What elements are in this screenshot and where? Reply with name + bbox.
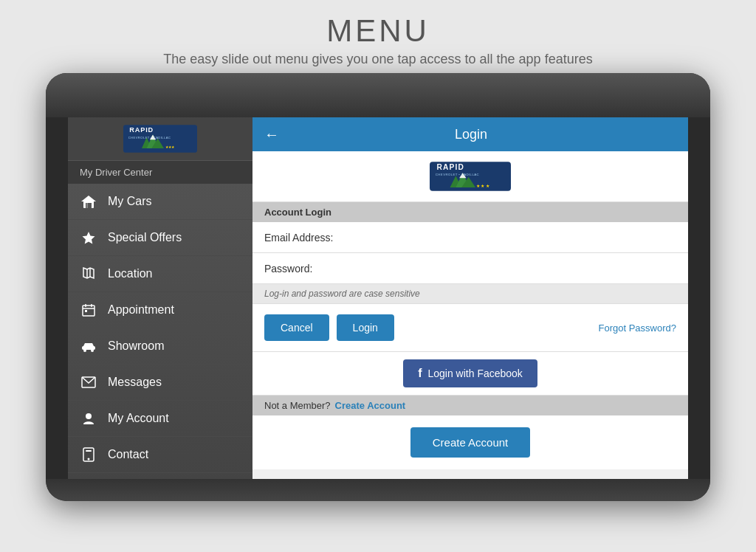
page-subtitle: The easy slide out menu gives you one ta… [163, 52, 592, 67]
phone-icon [80, 446, 97, 463]
sidebar-item-appointment-label: Appointment [108, 303, 174, 317]
facebook-icon: f [418, 367, 422, 380]
sidebar-item-my-account-label: My Account [108, 412, 169, 425]
device-frame: RAPID CHEVROLET • CADILLAC ★★★ My Driver… [46, 73, 710, 501]
case-note: Log-in and password are case sensitive [252, 284, 688, 304]
email-input[interactable] [346, 232, 676, 244]
create-account-button[interactable]: Create Account [410, 427, 531, 458]
sidebar-item-location-label: Location [108, 267, 153, 280]
login-button[interactable]: Login [337, 314, 394, 341]
password-input[interactable] [346, 263, 676, 275]
login-panel: RAPID CHEVROLET • CADILLAC ★ ★ ★ Account… [252, 151, 688, 479]
sidebar-item-special-offers-label: Special Offers [108, 231, 182, 244]
user-icon [80, 410, 97, 427]
facebook-button-label: Login with Facebook [427, 368, 522, 379]
email-label: Email Address: [264, 232, 346, 244]
svg-text:★ ★ ★: ★ ★ ★ [476, 184, 489, 188]
sidebar-item-location[interactable]: Location [68, 256, 252, 292]
sidebar-item-contact-label: Contact [108, 448, 148, 461]
create-account-link[interactable]: Create Account [335, 400, 406, 411]
svg-text:RAPID: RAPID [129, 126, 154, 134]
create-account-area: Create Account [252, 415, 688, 469]
sidebar-item-my-cars[interactable]: My Cars [68, 184, 252, 220]
not-member-text: Not a Member? [264, 400, 331, 411]
sidebar-item-special-offers[interactable]: Special Offers [68, 220, 252, 256]
main-content: ← Login RAPID CHEVROLET • CADILLAC ★ ★ ★ [252, 117, 688, 479]
login-logo: RAPID CHEVROLET • CADILLAC ★ ★ ★ [430, 162, 511, 191]
email-field-row: Email Address: [252, 222, 688, 253]
sidebar-item-my-cars-label: My Cars [108, 195, 152, 208]
calendar-icon [80, 301, 97, 319]
svg-text:RAPID: RAPID [436, 163, 464, 171]
svg-rect-19 [85, 310, 87, 312]
svg-rect-26 [86, 450, 92, 452]
svg-text:CHEVROLET • CADILLAC: CHEVROLET • CADILLAC [128, 136, 171, 139]
page-title: MENU [163, 13, 592, 49]
car-icon [80, 337, 97, 355]
sidebar-logo: RAPID CHEVROLET • CADILLAC ★★★ [68, 117, 252, 161]
cancel-button[interactable]: Cancel [264, 314, 329, 341]
sidebar: RAPID CHEVROLET • CADILLAC ★★★ My Driver… [68, 117, 252, 479]
svg-point-22 [91, 349, 94, 352]
svg-marker-12 [83, 232, 95, 244]
forgot-password-link[interactable]: Forgot Password? [599, 322, 677, 334]
sidebar-item-my-account[interactable]: My Account [68, 401, 252, 437]
not-member-bar: Not a Member? Create Account [252, 396, 688, 415]
star-icon [80, 229, 97, 246]
sidebar-item-tools[interactable]: Tools [68, 473, 252, 479]
top-text-area: MENU The easy slide out menu gives you o… [148, 0, 607, 73]
password-field-row: Password: [252, 253, 688, 284]
sidebar-item-showroom-label: Showroom [108, 339, 164, 353]
svg-rect-20 [82, 346, 95, 350]
svg-point-27 [88, 458, 90, 460]
svg-marker-9 [81, 196, 96, 201]
svg-point-24 [86, 413, 92, 419]
password-label: Password: [264, 263, 346, 275]
sidebar-item-messages-label: Messages [108, 376, 162, 389]
topbar-title: Login [288, 127, 654, 142]
facebook-login-button[interactable]: f Login with Facebook [403, 359, 537, 387]
login-buttons-row: Cancel Login Forgot Password? [252, 304, 688, 352]
sidebar-item-showroom[interactable]: Showroom [68, 328, 252, 365]
map-icon [80, 265, 97, 283]
svg-point-21 [83, 349, 86, 352]
logo-svg: RAPID CHEVROLET • CADILLAC ★★★ [123, 125, 197, 153]
sidebar-driver-center-label: My Driver Center [68, 161, 252, 184]
svg-text:CHEVROLET • CADILLAC: CHEVROLET • CADILLAC [436, 173, 479, 176]
back-button[interactable]: ← [264, 126, 279, 143]
svg-rect-15 [83, 306, 94, 316]
svg-rect-11 [86, 203, 88, 208]
screen: RAPID CHEVROLET • CADILLAC ★★★ My Driver… [68, 117, 688, 479]
topbar: ← Login [252, 117, 688, 151]
account-login-header: Account Login [252, 202, 688, 222]
envelope-icon [80, 373, 97, 391]
facebook-login-row: f Login with Facebook [252, 352, 688, 396]
login-logo-area: RAPID CHEVROLET • CADILLAC ★ ★ ★ [252, 151, 688, 202]
svg-text:★★★: ★★★ [165, 145, 175, 149]
sidebar-item-messages[interactable]: Messages [68, 365, 252, 401]
garage-icon [80, 193, 97, 210]
sidebar-item-appointment[interactable]: Appointment [68, 292, 252, 328]
sidebar-item-contact[interactable]: Contact [68, 437, 252, 473]
